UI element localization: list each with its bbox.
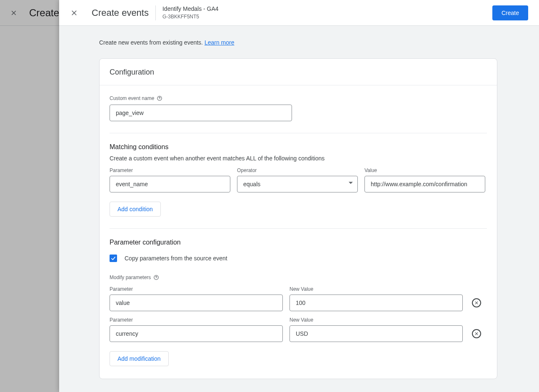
help-icon[interactable] — [157, 95, 162, 101]
property-block: Identify Medals - GA4 G-3BKKFF5NT5 — [162, 5, 219, 20]
configuration-card: Configuration Custom event name Matching… — [99, 58, 497, 379]
svg-point-1 — [160, 99, 160, 100]
property-name: Identify Medals - GA4 — [162, 5, 219, 13]
add-modification-button[interactable]: Add modification — [110, 351, 169, 366]
learn-more-link[interactable]: Learn more — [205, 39, 235, 46]
custom-event-label: Custom event name — [110, 95, 487, 101]
close-icon[interactable] — [70, 9, 78, 17]
copy-parameters-checkbox[interactable] — [110, 255, 117, 262]
matching-conditions-section: Matching conditions Create a custom even… — [100, 133, 497, 217]
modify-row: Parameter New Value — [110, 286, 487, 311]
value-label: Value — [364, 167, 485, 173]
remove-row-icon[interactable] — [472, 298, 481, 307]
custom-event-name-input[interactable] — [110, 105, 292, 121]
help-icon[interactable] — [153, 275, 159, 280]
copy-parameters-label: Copy parameters from the source event — [125, 255, 227, 262]
divider — [155, 5, 156, 20]
parameter-config-section: Parameter configuration Copy parameters … — [100, 229, 497, 366]
new-value-label: New Value — [289, 286, 463, 292]
modify-parameters-label-text: Modify parameters — [110, 275, 151, 280]
svg-point-3 — [156, 278, 157, 279]
modify-parameter-input[interactable] — [110, 295, 283, 311]
create-button[interactable]: Create — [492, 5, 528, 20]
paramconfig-title: Parameter configuration — [110, 239, 487, 246]
condition-row: Parameter Operator Value — [110, 167, 487, 192]
intro-text: Create new events from existing events. … — [99, 39, 539, 46]
modify-parameter-input[interactable] — [110, 325, 283, 342]
condition-value-input[interactable] — [364, 176, 485, 192]
create-events-panel: Create events Identify Medals - GA4 G-3B… — [59, 0, 539, 392]
card-title: Configuration — [100, 59, 497, 85]
custom-event-section: Custom event name — [100, 85, 497, 121]
condition-operator-select[interactable] — [237, 176, 358, 192]
parameter-label: Parameter — [110, 286, 283, 292]
parameter-label: Parameter — [110, 317, 283, 323]
modify-parameters-label: Modify parameters — [110, 275, 487, 280]
intro-sentence: Create new events from existing events. — [99, 39, 205, 46]
modify-row: Parameter New Value — [110, 317, 487, 342]
property-id: G-3BKKFF5NT5 — [162, 14, 219, 20]
condition-parameter-input[interactable] — [110, 176, 230, 192]
custom-event-label-text: Custom event name — [110, 95, 154, 101]
new-value-label: New Value — [289, 317, 463, 323]
operator-label: Operator — [237, 167, 358, 173]
matching-title: Matching conditions — [110, 143, 487, 151]
panel-header: Create events Identify Medals - GA4 G-3B… — [59, 0, 539, 26]
matching-desc: Create a custom event when another event… — [110, 155, 487, 162]
parameter-label: Parameter — [110, 167, 230, 173]
panel-title: Create events — [92, 7, 149, 18]
remove-row-icon[interactable] — [472, 329, 481, 338]
add-condition-button[interactable]: Add condition — [110, 202, 161, 217]
modify-new-value-input[interactable] — [289, 325, 463, 342]
panel-body: Create new events from existing events. … — [59, 26, 539, 392]
modify-new-value-input[interactable] — [289, 295, 463, 311]
